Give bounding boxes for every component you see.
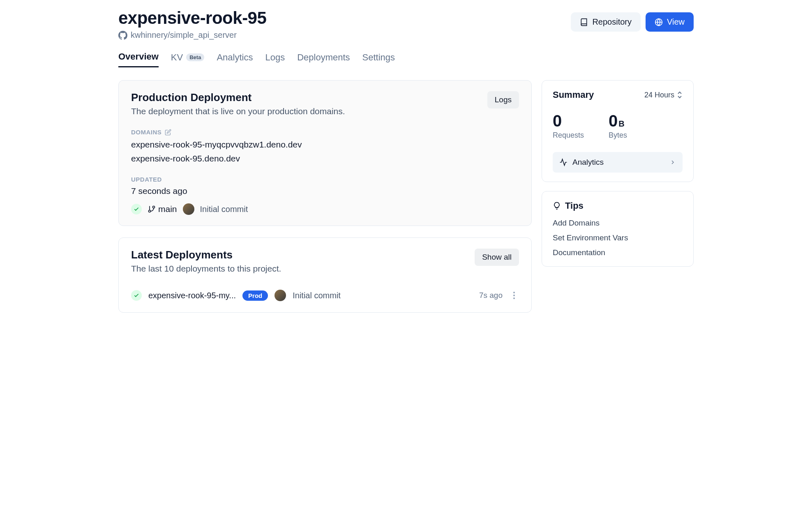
- production-title: Production Deployment: [131, 91, 345, 104]
- avatar: [275, 290, 286, 301]
- tab-label: Overview: [118, 51, 159, 62]
- deployment-time: 7s ago: [479, 291, 503, 300]
- tab-analytics[interactable]: Analytics: [217, 51, 253, 67]
- repository-button-label: Repository: [592, 17, 632, 27]
- edit-icon[interactable]: [165, 129, 171, 136]
- tab-kv[interactable]: KVBeta: [171, 51, 205, 67]
- analytics-button[interactable]: Analytics: [553, 152, 683, 173]
- tab-settings[interactable]: Settings: [362, 51, 395, 67]
- env-badge: Prod: [242, 290, 268, 301]
- avatar: [183, 203, 194, 215]
- status-success-icon: [131, 290, 142, 301]
- svg-point-3: [153, 206, 155, 208]
- updated-label: UPDATED: [131, 176, 519, 183]
- project-title: expensive-rook-95: [118, 8, 266, 28]
- branch[interactable]: main: [148, 204, 177, 214]
- production-deployment-card: Production Deployment The deployment tha…: [118, 80, 532, 226]
- tip-link-documentation[interactable]: Documentation: [553, 248, 683, 257]
- summary-title: Summary: [553, 90, 594, 100]
- analytics-button-label: Analytics: [572, 158, 604, 167]
- chevron-updown-icon: [677, 91, 683, 99]
- production-subtitle: The deployment that is live on your prod…: [131, 106, 345, 116]
- repo-path: kwhinnery/simple_api_server: [131, 30, 237, 40]
- github-icon: [118, 31, 127, 40]
- latest-subtitle: The last 10 deployments to this project.: [131, 264, 281, 274]
- tabs: OverviewKVBetaAnalyticsLogsDeploymentsSe…: [118, 51, 694, 68]
- tab-label: Deployments: [297, 52, 350, 63]
- show-all-button[interactable]: Show all: [475, 249, 519, 266]
- repo-link[interactable]: kwhinnery/simple_api_server: [118, 30, 266, 40]
- view-button-label: View: [667, 17, 685, 27]
- lightbulb-icon: [553, 202, 561, 210]
- time-range-label: 24 Hours: [644, 91, 674, 99]
- svg-point-4: [149, 210, 151, 212]
- tab-overview[interactable]: Overview: [118, 51, 159, 67]
- domains-label: DOMAINS: [131, 129, 519, 136]
- globe-icon: [655, 18, 663, 26]
- domain-link[interactable]: expensive-rook-95-myqcpvvqbzw1.deno.dev: [131, 140, 519, 150]
- status-success-icon: [131, 204, 142, 214]
- chevron-right-icon: [669, 159, 676, 166]
- git-branch-icon: [148, 205, 156, 213]
- tab-deployments[interactable]: Deployments: [297, 51, 350, 67]
- branch-name: main: [158, 204, 177, 214]
- bytes-unit: B: [618, 119, 624, 129]
- tab-label: Logs: [265, 52, 285, 63]
- tips-title: Tips: [565, 200, 584, 211]
- bytes-label: Bytes: [609, 131, 627, 140]
- bytes-value: 0: [609, 112, 618, 130]
- time-range-select[interactable]: 24 Hours: [644, 91, 683, 99]
- requests-value: 0: [553, 112, 584, 130]
- logs-button[interactable]: Logs: [487, 91, 519, 108]
- deployment-name: expensive-rook-95-my...: [148, 291, 236, 300]
- commit-message: Initial commit: [200, 205, 248, 214]
- updated-value: 7 seconds ago: [131, 186, 519, 196]
- view-button[interactable]: View: [646, 12, 694, 32]
- deployment-commit: Initial commit: [293, 291, 341, 300]
- beta-badge: Beta: [186, 53, 204, 61]
- summary-card: Summary 24 Hours 0 Requests: [542, 80, 694, 182]
- repository-icon: [580, 18, 588, 26]
- requests-label: Requests: [553, 131, 584, 140]
- tab-label: Settings: [362, 52, 395, 63]
- more-icon[interactable]: [509, 289, 519, 302]
- bytes-metric: 0B Bytes: [609, 112, 627, 140]
- tip-link-env-vars[interactable]: Set Environment Vars: [553, 233, 683, 242]
- deployment-row[interactable]: expensive-rook-95-my... Prod Initial com…: [131, 289, 519, 302]
- tab-label: Analytics: [217, 52, 253, 63]
- tip-link-add-domains[interactable]: Add Domains: [553, 219, 683, 228]
- tab-label: KV: [171, 52, 183, 63]
- latest-deployments-card: Latest Deployments The last 10 deploymen…: [118, 237, 532, 313]
- tab-logs[interactable]: Logs: [265, 51, 285, 67]
- latest-title: Latest Deployments: [131, 249, 281, 261]
- tips-card: Tips Add Domains Set Environment Vars Do…: [542, 191, 694, 267]
- requests-metric: 0 Requests: [553, 112, 584, 140]
- domain-link[interactable]: expensive-rook-95.deno.dev: [131, 154, 519, 164]
- repository-button[interactable]: Repository: [571, 12, 641, 32]
- activity-icon: [559, 158, 567, 166]
